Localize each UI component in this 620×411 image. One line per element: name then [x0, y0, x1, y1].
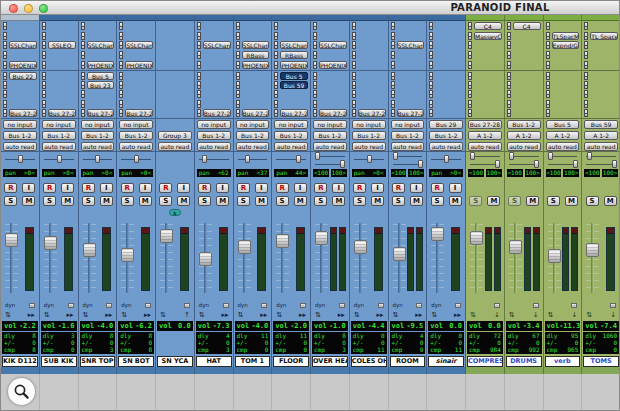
delay-display[interactable]: dly4+/-0cmp9: [390, 332, 426, 354]
output-selector[interactable]: Bus 1-2: [42, 131, 76, 140]
delay-display[interactable]: dly11+/-0cmp0: [273, 332, 309, 354]
insert-slot-icon[interactable]: [546, 41, 550, 49]
insert-slot-icon[interactable]: [352, 41, 356, 49]
fast-forward-icon[interactable]: ▸▸: [66, 311, 73, 319]
solo-button[interactable]: S: [392, 196, 405, 206]
record-arm-button[interactable]: R: [121, 183, 134, 193]
track-name[interactable]: DRUMS: [506, 356, 542, 367]
send-button[interactable]: Bus 27-28: [397, 109, 425, 117]
send-slot-icon[interactable]: [352, 109, 356, 117]
fader-track[interactable]: [359, 223, 362, 293]
insert-slot-icon[interactable]: [197, 61, 201, 69]
solo-button[interactable]: S: [276, 196, 289, 206]
pan-slider[interactable]: [121, 155, 151, 163]
automation-mode-button[interactable]: auto read: [197, 142, 231, 151]
mini-meter-icon[interactable]: –: [184, 303, 190, 308]
send-slot-icon[interactable]: [42, 100, 46, 108]
insert-slot-icon[interactable]: [391, 61, 395, 69]
send-slot-icon[interactable]: [507, 72, 511, 80]
insert-button[interactable]: SSLEQ: [48, 41, 76, 49]
pan-display-left[interactable]: <100: [313, 169, 329, 177]
send-slot-icon[interactable]: [42, 90, 46, 98]
insert-button[interactable]: PHOENIXDrE: [319, 61, 347, 69]
pan-knob[interactable]: [587, 152, 592, 160]
pan-display[interactable]: pan<37: [236, 169, 270, 177]
send-slot-icon[interactable]: [546, 72, 550, 80]
send-slot-icon[interactable]: [81, 109, 85, 117]
insert-slot-icon[interactable]: [584, 32, 588, 40]
send-slot-icon[interactable]: [274, 109, 278, 117]
automation-mode-button[interactable]: auto read: [81, 142, 115, 151]
insert-slot-icon[interactable]: [584, 61, 588, 69]
zoom-window-button[interactable]: [39, 4, 48, 13]
track-name[interactable]: verb: [545, 356, 581, 367]
insert-slot-icon[interactable]: [119, 22, 123, 30]
send-slot-icon[interactable]: [429, 100, 433, 108]
solo-button[interactable]: S: [431, 196, 444, 206]
fader-handle[interactable]: [199, 252, 212, 266]
send-slot-icon[interactable]: [429, 81, 433, 89]
volume-display[interactable]: vol-3.4: [506, 321, 542, 331]
pan-display-right[interactable]: 100>: [602, 169, 618, 177]
insert-slot-icon[interactable]: [236, 41, 240, 49]
fader-handle[interactable]: [121, 248, 134, 262]
record-arm-button[interactable]: R: [392, 183, 405, 193]
send-slot-icon[interactable]: [468, 72, 472, 80]
input-selector[interactable]: no input: [3, 120, 37, 129]
send-slot-icon[interactable]: [507, 90, 511, 98]
insert-slot-icon[interactable]: [391, 22, 395, 30]
pan-slider-left[interactable]: [470, 152, 500, 160]
fast-forward-icon[interactable]: ▸▸: [299, 311, 306, 319]
send-slot-icon[interactable]: [3, 81, 7, 89]
mute-button[interactable]: M: [139, 196, 152, 206]
nudge-updown-icon[interactable]: ⇅: [160, 311, 166, 319]
mini-meter-icon[interactable]: –: [68, 303, 74, 308]
nudge-updown-icon[interactable]: ⇅: [276, 311, 282, 319]
record-arm-button[interactable]: R: [4, 183, 17, 193]
input-selector[interactable]: no input: [352, 120, 386, 129]
pan-display-left[interactable]: <100: [468, 169, 484, 177]
send-slot-icon[interactable]: [429, 72, 433, 80]
insert-slot-icon[interactable]: [429, 61, 433, 69]
pan-knob[interactable]: [134, 155, 139, 163]
solo-button[interactable]: S: [43, 196, 56, 206]
send-slot-icon[interactable]: [352, 72, 356, 80]
insert-slot-icon[interactable]: [313, 32, 317, 40]
send-slot-icon[interactable]: [81, 100, 85, 108]
solo-button[interactable]: S: [508, 196, 521, 206]
insert-slot-icon[interactable]: [236, 51, 240, 59]
insert-slot-icon[interactable]: [391, 41, 395, 49]
send-slot-icon[interactable]: [119, 90, 123, 98]
mute-button[interactable]: M: [604, 196, 617, 206]
delay-display[interactable]: dly11+/-0cmp0: [235, 332, 271, 354]
send-slot-icon[interactable]: [352, 90, 356, 98]
track-name[interactable]: HAT: [196, 356, 232, 367]
insert-slot-icon[interactable]: [468, 61, 472, 69]
insert-slot-icon[interactable]: [507, 61, 511, 69]
mini-meter-icon[interactable]: –: [261, 303, 267, 308]
volume-display[interactable]: vol0.0: [157, 321, 193, 331]
send-slot-icon[interactable]: [468, 100, 472, 108]
insert-button[interactable]: TLSpacMdm: [552, 32, 580, 40]
send-slot-icon[interactable]: [313, 81, 317, 89]
insert-slot-icon[interactable]: [546, 61, 550, 69]
track-name[interactable]: COMPRESS: [467, 356, 503, 367]
track-name[interactable]: FLOOR: [273, 356, 309, 367]
solo-button[interactable]: S: [198, 196, 211, 206]
pan-knob[interactable]: [315, 152, 320, 160]
insert-slot-icon[interactable]: [81, 32, 85, 40]
minimize-button[interactable]: [24, 4, 33, 13]
insert-button[interactable]: PHOENIXDrE: [9, 61, 37, 69]
volume-display[interactable]: vol-2.2: [2, 321, 38, 331]
record-arm-button[interactable]: R: [431, 183, 444, 193]
send-slot-icon[interactable]: [274, 90, 278, 98]
pan-display-left[interactable]: <100: [584, 169, 600, 177]
send-slot-icon[interactable]: [197, 109, 201, 117]
record-arm-button[interactable]: R: [237, 183, 250, 193]
automation-mode-button[interactable]: auto read: [3, 142, 37, 151]
delay-display[interactable]: dly8+/-0cmp3: [80, 332, 116, 354]
insert-slot-icon[interactable]: [3, 41, 7, 49]
pan-display[interactable]: pan>0<: [42, 169, 76, 177]
send-slot-icon[interactable]: [584, 81, 588, 89]
volume-display[interactable]: vol-4.0: [80, 321, 116, 331]
